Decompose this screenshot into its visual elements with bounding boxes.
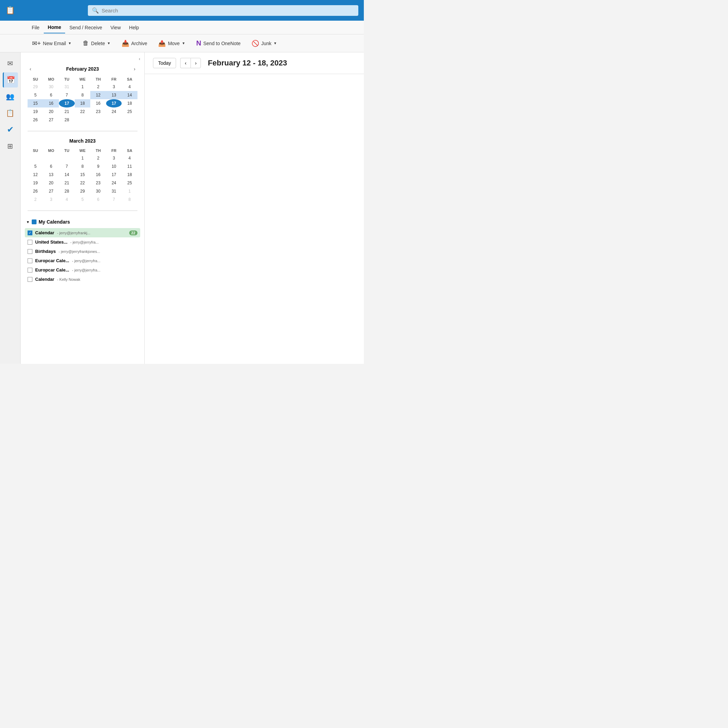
table-row[interactable]: 13 [43,171,59,179]
my-calendars-header[interactable]: ▼ My Calendars [25,218,140,226]
table-row[interactable]: 20 [43,179,59,187]
table-row[interactable]: 16 [90,99,106,107]
table-row[interactable]: 2 [90,83,106,91]
list-item[interactable]: Calendar - Kelly Nowak [25,275,140,284]
table-row[interactable] [28,154,43,162]
table-row[interactable]: 9 [90,162,106,171]
table-row[interactable]: 29 [28,83,43,91]
collapse-panel-button[interactable]: ‹ [21,55,144,63]
table-row[interactable]: 18 [122,171,138,179]
table-row[interactable]: 13 [106,91,122,99]
table-row[interactable]: 6 [90,195,106,203]
delete-button[interactable]: 🗑 Delete ▼ [78,38,115,49]
table-row[interactable]: 4 [122,154,138,162]
table-row[interactable]: 4 [59,195,75,203]
table-row[interactable]: 10 [106,162,122,171]
sidebar-item-tasks[interactable]: 📋 [3,106,18,121]
table-row[interactable]: 6 [43,162,59,171]
table-row[interactable]: 28 [59,116,75,124]
new-email-button[interactable]: ✉+ New Email ▼ [28,37,76,50]
table-row[interactable]: 26 [28,116,43,124]
menu-home[interactable]: Home [44,22,66,34]
list-item[interactable]: ✓Calendar - jerry@jerryfrankj...22 [25,228,140,237]
prev-month-button[interactable]: ‹ [28,66,34,72]
table-row[interactable]: 17 [106,99,122,107]
calendar-checkbox[interactable] [28,277,32,282]
menu-view[interactable]: View [106,22,125,33]
today-button[interactable]: Today [153,58,176,68]
table-row[interactable]: 22 [75,107,90,116]
table-row[interactable]: 23 [90,179,106,187]
table-row[interactable]: 25 [122,179,138,187]
table-row[interactable]: 1 [75,154,90,162]
table-row[interactable]: 19 [28,107,43,116]
send-onenote-button[interactable]: N Send to OneNote [192,37,245,49]
table-row[interactable]: 20 [43,107,59,116]
junk-button[interactable]: 🚫 Junk ▼ [247,38,281,49]
table-row[interactable]: 31 [106,187,122,195]
table-row[interactable]: 16 [90,171,106,179]
sidebar-item-mail[interactable]: ✉ [3,56,18,71]
table-row[interactable]: 5 [28,91,43,99]
archive-button[interactable]: 📥 Archive [118,38,151,49]
table-row[interactable]: 14 [122,91,138,99]
table-row[interactable]: 31 [59,83,75,91]
sidebar-item-people[interactable]: 👥 [3,89,18,104]
sidebar-item-apps[interactable]: ⊞ [3,139,18,154]
table-row[interactable]: 25 [122,107,138,116]
table-row[interactable]: 14 [59,171,75,179]
prev-week-button[interactable]: ‹ [180,58,191,68]
table-row[interactable]: 2 [28,195,43,203]
table-row[interactable]: 27 [43,187,59,195]
table-row[interactable]: 7 [59,162,75,171]
list-item[interactable]: Birthdays - jerry@jerryfrankjones... [25,247,140,256]
table-row[interactable] [122,116,138,124]
table-row[interactable]: 3 [43,195,59,203]
table-row[interactable]: 15 [75,171,90,179]
table-row[interactable] [106,116,122,124]
table-row[interactable]: 21 [59,107,75,116]
calendar-checkbox[interactable] [28,258,32,263]
list-item[interactable]: Europcar Cale... - jerry@jerryfra... [25,256,140,265]
table-row[interactable]: 21 [59,179,75,187]
search-input[interactable] [102,8,354,14]
table-row[interactable]: 24 [106,179,122,187]
table-row[interactable] [59,154,75,162]
next-month-button[interactable]: › [132,66,138,72]
table-row[interactable]: 17 [106,171,122,179]
table-row[interactable]: 7 [106,195,122,203]
next-week-button[interactable]: › [191,58,201,68]
table-row[interactable]: 17 [59,99,75,107]
table-row[interactable]: 28 [59,187,75,195]
table-row[interactable]: 23 [90,107,106,116]
table-row[interactable]: 18 [122,99,138,107]
table-row[interactable]: 15 [28,99,43,107]
table-row[interactable]: 5 [28,162,43,171]
calendar-checkbox[interactable]: ✓ [28,231,32,235]
table-row[interactable]: 3 [106,154,122,162]
table-row[interactable]: 26 [28,187,43,195]
table-row[interactable]: 30 [43,83,59,91]
table-row[interactable]: 4 [122,83,138,91]
move-button[interactable]: 📤 Move ▼ [154,38,189,49]
table-row[interactable]: 1 [75,83,90,91]
table-row[interactable]: 8 [75,162,90,171]
table-row[interactable]: 6 [43,91,59,99]
table-row[interactable]: 8 [75,91,90,99]
table-row[interactable]: 1 [122,187,138,195]
table-row[interactable] [75,116,90,124]
sidebar-item-calendar[interactable]: 📅 [3,72,18,87]
table-row[interactable]: 16 [43,99,59,107]
table-row[interactable]: 19 [28,179,43,187]
calendar-checkbox[interactable] [28,268,32,272]
menu-file[interactable]: File [28,22,44,33]
menu-help[interactable]: Help [125,22,143,33]
sidebar-item-todo[interactable]: ✔ [3,122,18,137]
search-box[interactable]: 🔍 [88,5,358,16]
table-row[interactable]: 12 [90,91,106,99]
table-row[interactable]: 22 [75,179,90,187]
calendar-checkbox[interactable] [28,240,32,245]
table-row[interactable]: 24 [106,107,122,116]
table-row[interactable]: 12 [28,171,43,179]
table-row[interactable]: 29 [75,187,90,195]
